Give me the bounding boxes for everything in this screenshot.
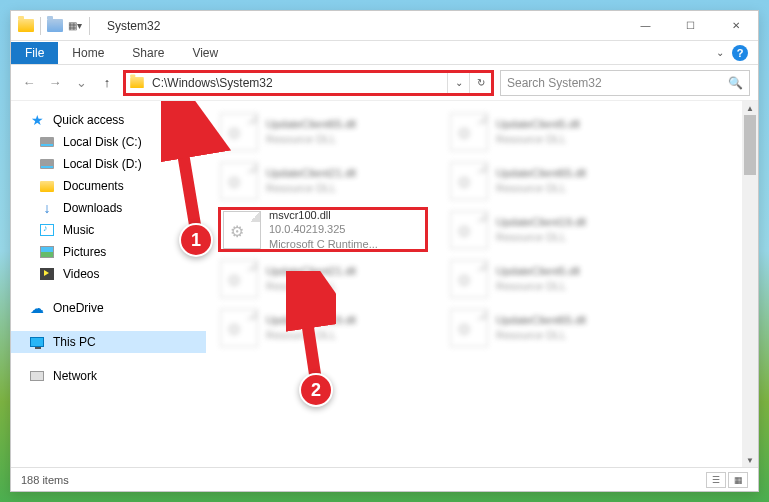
- file-meta: Resource DLL: [266, 132, 356, 146]
- file-name: UpdateClient21.dll: [266, 264, 356, 278]
- file-item[interactable]: ⚙UpdateClient5.dllResource DLL: [448, 109, 658, 154]
- help-icon[interactable]: ?: [732, 45, 748, 61]
- sidebar-quick-access[interactable]: ★Quick access: [11, 109, 206, 131]
- file-version: 10.0.40219.325: [269, 222, 378, 236]
- sidebar-this-pc[interactable]: This PC: [11, 331, 206, 353]
- label: This PC: [53, 335, 96, 349]
- file-name: UpdateClient65.dll: [266, 117, 356, 131]
- file-item[interactable]: ⚙UpdateClient21.dllResource DLL: [218, 158, 428, 203]
- file-name: UpdateClient65.dll: [496, 313, 586, 327]
- close-button[interactable]: ✕: [713, 11, 758, 41]
- up-button[interactable]: ↑: [97, 73, 117, 93]
- file-list: ⚙UpdateClient65.dllResource DLL ⚙UpdateC…: [206, 101, 758, 467]
- sidebar-onedrive[interactable]: ☁OneDrive: [11, 297, 206, 319]
- sidebar-item-local-disk-d[interactable]: Local Disk (D:): [11, 153, 206, 175]
- window-controls: — ☐ ✕: [623, 11, 758, 41]
- file-meta: Resource DLL: [266, 181, 356, 195]
- download-icon: ↓: [39, 200, 55, 216]
- label: Downloads: [63, 201, 122, 215]
- folder-icon: [39, 178, 55, 194]
- file-meta: Resource DLL: [496, 328, 586, 342]
- file-item[interactable]: ⚙UpdateClient65.dllResource DLL: [218, 109, 428, 154]
- dll-icon: ⚙: [450, 211, 488, 249]
- file-name: UpdateClient19.dll: [496, 215, 586, 229]
- network-icon: [29, 368, 45, 384]
- file-item[interactable]: ⚙UpdateClient65.dllResource DLL: [448, 158, 658, 203]
- file-meta: Resource DLL: [496, 230, 586, 244]
- tab-view[interactable]: View: [178, 42, 232, 64]
- view-toggle-icon[interactable]: ▦▾: [66, 17, 84, 35]
- file-item-msvcr100[interactable]: ⚙msvcr100.dll10.0.40219.325Microsoft C R…: [218, 207, 428, 252]
- label: Local Disk (C:): [63, 135, 142, 149]
- sidebar-item-downloads[interactable]: ↓Downloads: [11, 197, 206, 219]
- navigation-pane: ★Quick access Local Disk (C:) Local Disk…: [11, 101, 206, 467]
- sidebar-item-documents[interactable]: Documents: [11, 175, 206, 197]
- file-desc: Microsoft C Runtime...: [269, 237, 378, 251]
- icons-view-button[interactable]: ▦: [728, 472, 748, 488]
- file-item[interactable]: ⚙UpdateClient19.dllResource DLL: [218, 305, 428, 350]
- sidebar-network[interactable]: Network: [11, 365, 206, 387]
- tab-home[interactable]: Home: [58, 42, 118, 64]
- cloud-icon: ☁: [29, 300, 45, 316]
- tab-file[interactable]: File: [11, 42, 58, 64]
- dll-icon: ⚙: [450, 309, 488, 347]
- expand-ribbon-icon[interactable]: ⌄: [716, 47, 724, 58]
- sidebar-item-videos[interactable]: Videos: [11, 263, 206, 285]
- dll-icon: ⚙: [220, 260, 258, 298]
- scroll-down-icon[interactable]: ▼: [742, 453, 758, 467]
- dll-icon: ⚙: [220, 309, 258, 347]
- file-name: UpdateClient19.dll: [266, 313, 356, 327]
- label: Network: [53, 369, 97, 383]
- file-name: UpdateClient5.dll: [496, 117, 580, 131]
- pictures-icon: [39, 244, 55, 260]
- file-item[interactable]: ⚙UpdateClient21.dllResource DLL: [218, 256, 428, 301]
- disk-icon: [39, 134, 55, 150]
- address-bar[interactable]: C:\Windows\System32 ⌄ ↻: [123, 70, 494, 96]
- titlebar: ▦▾ System32 — ☐ ✕: [11, 11, 758, 41]
- label: OneDrive: [53, 301, 104, 315]
- address-path[interactable]: C:\Windows\System32: [148, 76, 447, 90]
- label: Pictures: [63, 245, 106, 259]
- dll-icon: ⚙: [220, 162, 258, 200]
- folder-icon: [17, 17, 35, 35]
- window-title: System32: [99, 19, 623, 33]
- file-item[interactable]: ⚙UpdateClient65.dllResource DLL: [448, 305, 658, 350]
- star-icon: ★: [29, 112, 45, 128]
- properties-icon[interactable]: [46, 17, 64, 35]
- item-count: 188 items: [21, 474, 69, 486]
- details-view-button[interactable]: ☰: [706, 472, 726, 488]
- music-icon: [39, 222, 55, 238]
- body: ★Quick access Local Disk (C:) Local Disk…: [11, 101, 758, 467]
- pc-icon: [29, 334, 45, 350]
- maximize-button[interactable]: ☐: [668, 11, 713, 41]
- quick-access-toolbar: ▦▾: [11, 17, 99, 35]
- search-box[interactable]: 🔍: [500, 70, 750, 96]
- vertical-scrollbar[interactable]: ▲ ▼: [742, 101, 758, 467]
- refresh-button[interactable]: ↻: [469, 73, 491, 93]
- scroll-up-icon[interactable]: ▲: [742, 101, 758, 115]
- address-dropdown-icon[interactable]: ⌄: [447, 73, 469, 93]
- scroll-thumb[interactable]: [744, 115, 756, 175]
- label: Music: [63, 223, 94, 237]
- back-button[interactable]: ←: [19, 73, 39, 93]
- minimize-button[interactable]: —: [623, 11, 668, 41]
- sidebar-item-music[interactable]: Music: [11, 219, 206, 241]
- search-icon[interactable]: 🔍: [728, 76, 743, 90]
- sidebar-item-local-disk-c[interactable]: Local Disk (C:): [11, 131, 206, 153]
- forward-button[interactable]: →: [45, 73, 65, 93]
- file-item[interactable]: ⚙UpdateClient5.dllResource DLL: [448, 256, 658, 301]
- file-name: UpdateClient21.dll: [266, 166, 356, 180]
- history-dropdown[interactable]: ⌄: [71, 73, 91, 93]
- file-meta: Resource DLL: [496, 132, 580, 146]
- view-buttons: ☰ ▦: [706, 472, 748, 488]
- dll-icon: ⚙: [223, 211, 261, 249]
- sidebar-item-pictures[interactable]: Pictures: [11, 241, 206, 263]
- search-input[interactable]: [507, 76, 728, 90]
- file-meta: Resource DLL: [496, 181, 586, 195]
- navigation-bar: ← → ⌄ ↑ C:\Windows\System32 ⌄ ↻ 🔍: [11, 65, 758, 101]
- videos-icon: [39, 266, 55, 282]
- label: Local Disk (D:): [63, 157, 142, 171]
- dll-icon: ⚙: [220, 113, 258, 151]
- tab-share[interactable]: Share: [118, 42, 178, 64]
- file-item[interactable]: ⚙UpdateClient19.dllResource DLL: [448, 207, 658, 252]
